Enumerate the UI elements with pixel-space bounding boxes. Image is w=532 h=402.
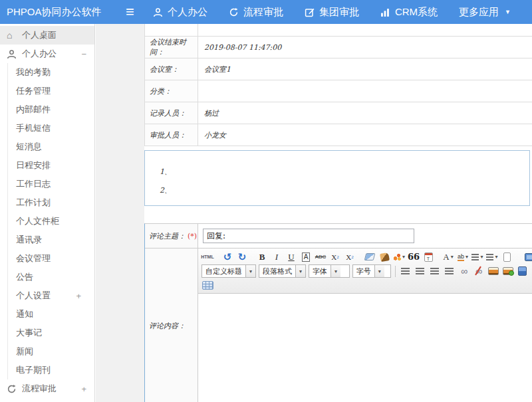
- nav-item-label: CRM系统: [395, 6, 438, 19]
- nav-item-label: 流程审批: [243, 6, 283, 19]
- align-justify-icon[interactable]: [443, 265, 456, 278]
- sidebar-item-新闻[interactable]: 新闻: [8, 342, 94, 361]
- sidebar-item-会议管理[interactable]: 会议管理: [8, 249, 94, 268]
- paste-text-icon[interactable]: T: [422, 251, 435, 263]
- insert-image-icon[interactable]: [487, 265, 500, 278]
- new-page-icon[interactable]: [500, 251, 513, 263]
- form-row: 记录人员：杨过: [145, 102, 532, 124]
- sidebar-item-个人办公[interactable]: 个人办公−: [0, 45, 94, 63]
- sidebar-item-label: 任务管理: [16, 85, 51, 97]
- redo-icon[interactable]: ↻: [235, 251, 249, 263]
- sidebar-item-label: 工作日志: [16, 178, 51, 190]
- undo-icon[interactable]: ↺: [221, 251, 234, 263]
- sidebar-item-个人桌面[interactable]: ⌂个人桌面: [0, 26, 94, 45]
- form-row: 会议结束时间：2019-08-07 11:47:00: [145, 37, 532, 58]
- remove-link-icon[interactable]: ∞: [472, 265, 485, 278]
- editor-toolbar: HTML ↺ ↻ B I U A ABC X2 X2: [198, 249, 532, 294]
- comment-subject-input[interactable]: [203, 229, 414, 243]
- hamburger-menu-icon[interactable]: ≡: [126, 5, 134, 19]
- sidebar-item-label: 个人设置: [16, 290, 51, 302]
- insert-media-icon[interactable]: [516, 265, 529, 278]
- sidebar-item-通知[interactable]: 通知: [8, 305, 94, 324]
- upload-image-icon[interactable]: [501, 265, 515, 278]
- underline-button[interactable]: U: [285, 251, 298, 263]
- expand-icon[interactable]: +: [76, 291, 81, 301]
- nav-item-集团审批[interactable]: 集团审批: [305, 6, 359, 19]
- sidebar-item-label: 日程安排: [16, 159, 51, 171]
- font-color-button[interactable]: A▾: [442, 251, 455, 263]
- sidebar: ⌂个人桌面个人办公−我的考勤任务管理内部邮件手机短信短消息日程安排工作日志工作计…: [0, 24, 95, 402]
- sidebar-item-工作日志[interactable]: 工作日志: [8, 175, 94, 193]
- sidebar-item-label: 会议管理: [16, 252, 51, 264]
- align-left-icon[interactable]: [399, 265, 412, 278]
- comment-content-row: 评论内容： HTML ↺ ↻ B I U: [145, 249, 532, 402]
- sidebar-item-短消息[interactable]: 短消息: [8, 138, 94, 156]
- sidebar-item-手机短信[interactable]: 手机短信: [8, 119, 94, 138]
- sidebar-item-通讯录[interactable]: 通讯录: [8, 231, 94, 249]
- sidebar-item-流程审批[interactable]: 流程审批+: [0, 379, 94, 398]
- toolbar-row-1: HTML ↺ ↻ B I U A ABC X2 X2: [200, 250, 530, 264]
- nav-item-流程审批[interactable]: 流程审批: [229, 6, 283, 19]
- font-size-select[interactable]: 字号▾: [352, 264, 392, 278]
- form-value: [198, 80, 532, 102]
- form-row: 会议室：会议室1: [145, 58, 532, 80]
- insert-link-icon[interactable]: ∞: [458, 265, 471, 278]
- nav-item-label: 个人办公: [168, 6, 207, 19]
- italic-button[interactable]: I: [270, 251, 283, 263]
- top-nav: 个人办公流程审批集团审批CRM系统更多应用▼: [153, 6, 532, 19]
- fullscreen-icon[interactable]: [523, 251, 532, 263]
- expand-icon[interactable]: +: [81, 384, 86, 394]
- rich-text-editor: HTML ↺ ↻ B I U A ABC X2 X2: [198, 249, 532, 402]
- blockquote-icon[interactable]: 66: [407, 251, 420, 263]
- html-source-button[interactable]: HTML: [201, 251, 214, 263]
- nav-item-更多应用[interactable]: 更多应用▼: [459, 6, 511, 19]
- sidebar-item-电子期刊[interactable]: 电子期刊: [8, 361, 94, 379]
- ordered-list-button[interactable]: ▾: [471, 251, 484, 263]
- strikethrough-button[interactable]: ABC: [314, 251, 327, 263]
- form-value: 会议室1: [198, 58, 532, 80]
- sidebar-item-内部邮件[interactable]: 内部邮件: [8, 100, 94, 119]
- sidebar-item-个人文件柜[interactable]: 个人文件柜: [8, 212, 94, 231]
- font-style-button[interactable]: A: [299, 251, 313, 263]
- content-panel: 会议结束时间：2019-08-07 11:47:00会议室：会议室1分类：记录人…: [144, 24, 532, 402]
- sidebar-item-label: 个人文件柜: [16, 215, 59, 227]
- sidebar-item-公告[interactable]: 公告: [8, 268, 94, 286]
- sidebar-item-label: 公告: [16, 271, 33, 283]
- eraser-icon[interactable]: [363, 251, 376, 263]
- align-right-icon[interactable]: [428, 265, 442, 278]
- subscript-button[interactable]: X2: [343, 251, 356, 263]
- bold-button[interactable]: B: [255, 251, 269, 263]
- form-row-partial: [145, 24, 532, 37]
- sidebar-item-label: 个人桌面: [22, 29, 57, 41]
- sidebar-item-label: 流程审批: [22, 383, 57, 395]
- sidebar-item-大事记[interactable]: 大事记: [8, 324, 94, 342]
- sidebar-item-日程安排[interactable]: 日程安排: [8, 156, 94, 175]
- collapse-icon[interactable]: −: [81, 49, 86, 59]
- comment-subject-label-text: 评论主题：: [149, 231, 186, 241]
- nav-item-个人办公[interactable]: 个人办公: [153, 6, 207, 19]
- highlight-color-button[interactable]: ab▾: [456, 251, 469, 263]
- home-icon: ⌂: [7, 30, 18, 41]
- form-row: 分类：: [145, 80, 532, 102]
- unordered-list-button[interactable]: ▾: [485, 251, 499, 263]
- align-center-icon[interactable]: [414, 265, 427, 278]
- superscript-button[interactable]: X2: [329, 251, 342, 263]
- sidebar-item-label: 通知: [16, 308, 33, 320]
- format-brush-icon[interactable]: [378, 251, 391, 263]
- nav-item-CRM系统[interactable]: CRM系统: [380, 6, 438, 19]
- font-family-select[interactable]: 字体▾: [309, 264, 350, 278]
- form-label-cell: [145, 24, 198, 36]
- sidebar-item-个人设置[interactable]: 个人设置+: [8, 286, 94, 305]
- paragraph-format-select[interactable]: 段落格式▾: [259, 264, 306, 278]
- heading-select[interactable]: 自定义标题▾: [201, 264, 256, 278]
- autoformat-icon[interactable]: ▾: [392, 251, 406, 263]
- sidebar-item-任务管理[interactable]: 任务管理: [8, 82, 94, 100]
- sidebar-item-我的考勤[interactable]: 我的考勤: [8, 63, 94, 82]
- editor-content-area[interactable]: [198, 294, 532, 402]
- sidebar-item-工作计划[interactable]: 工作计划: [8, 193, 94, 212]
- form-value-cell: [198, 24, 532, 36]
- insert-table-icon[interactable]: [201, 279, 214, 292]
- form-value: 小龙女: [198, 124, 532, 146]
- sidebar-item-label: 电子期刊: [16, 364, 51, 376]
- person-icon: [7, 49, 18, 59]
